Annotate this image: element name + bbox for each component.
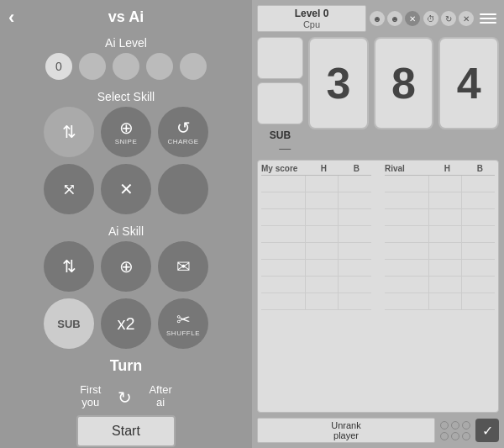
icon-clock[interactable]: ⏱ — [423, 11, 438, 26]
dot-3 — [462, 421, 470, 430]
skill-2[interactable]: ↺ CHARGE — [158, 107, 208, 157]
select-skill-label: Select Skill — [97, 90, 155, 103]
dot-group — [438, 419, 472, 442]
rival-b-8 — [465, 293, 495, 309]
menu-line-3 — [480, 22, 496, 24]
dot-5 — [451, 432, 459, 440]
my-h-2 — [309, 192, 339, 208]
skill-1[interactable]: ⊕ SNIPE — [101, 107, 151, 157]
ai-skill-sub[interactable]: SUB — [44, 298, 94, 349]
start-button[interactable]: Start — [76, 415, 176, 447]
rival-score-section: Rival H B — [385, 164, 495, 310]
my-score-2 — [261, 192, 306, 208]
my-score-header: My score H B — [261, 164, 371, 176]
turn-label: Turn — [110, 357, 143, 375]
skill-5[interactable] — [158, 164, 208, 214]
rival-label: Rival — [385, 164, 429, 173]
sub-dash: — — [270, 141, 291, 155]
rival-b-1 — [465, 176, 495, 192]
my-row-4 — [261, 226, 371, 243]
cpu-text: Cpu — [261, 19, 362, 29]
my-row-3 — [261, 209, 371, 226]
ai-skill-x2[interactable]: x2 — [101, 298, 151, 349]
ai-skill-shuffle[interactable]: ✂ SHUFFLE — [158, 298, 208, 349]
big-card-2: 4 — [438, 37, 499, 129]
skill-3-icon: ⤧ — [62, 181, 76, 198]
rival-h-7 — [433, 277, 463, 293]
skill-4[interactable]: ✕ — [101, 164, 151, 214]
rival-score-header: Rival H B — [385, 164, 495, 176]
ai-level-row: 0 — [45, 53, 207, 80]
skill-3[interactable]: ⤧ — [44, 164, 94, 214]
dot-1 — [440, 421, 449, 430]
big-card-0: 3 — [308, 37, 369, 129]
my-h-4 — [309, 226, 339, 242]
ai-label: ai — [156, 396, 165, 408]
my-h-label: H — [309, 164, 339, 173]
rival-h-1 — [433, 176, 463, 192]
my-row-2 — [261, 192, 371, 209]
rival-row-8 — [385, 293, 495, 310]
ai-skill-sub-icon: SUB — [57, 319, 80, 329]
ai-skill-2[interactable]: ✉ — [158, 241, 208, 292]
ai-level-3[interactable] — [146, 53, 173, 80]
dot-6 — [462, 432, 470, 440]
my-b-2 — [342, 192, 371, 208]
big-card-1: 8 — [374, 37, 434, 129]
icon-face-2[interactable]: ☻ — [387, 11, 402, 26]
my-b-4 — [342, 226, 371, 242]
skill-0[interactable]: ⇅ — [44, 107, 94, 157]
rival-row-5 — [385, 243, 495, 260]
ai-level-4[interactable] — [180, 53, 207, 80]
score-divider — [375, 164, 381, 310]
my-h-7 — [309, 277, 339, 293]
ai-skill-1[interactable]: ⊕ — [101, 241, 151, 292]
ai-level-0[interactable]: 0 — [45, 53, 72, 80]
rival-h-5 — [433, 243, 463, 259]
rival-row-1 — [385, 176, 495, 192]
icon-face-1[interactable]: ☻ — [370, 11, 385, 26]
icon-refresh[interactable]: ↻ — [441, 11, 456, 26]
menu-line-1 — [480, 13, 496, 15]
rival-h-4 — [433, 226, 463, 242]
small-card-1 — [257, 37, 303, 79]
right-bottom-bar: Unrank player ✓ — [257, 418, 499, 443]
my-score-4 — [261, 226, 306, 242]
my-h-6 — [309, 260, 339, 276]
sub-label: SUB — [270, 129, 291, 141]
ai-skill-0[interactable]: ⇅ — [44, 241, 94, 292]
skill-1-name: SNIPE — [115, 138, 138, 145]
back-button[interactable]: ‹ — [8, 7, 14, 29]
rival-score-1 — [385, 176, 429, 192]
my-b-5 — [342, 243, 371, 259]
ai-level-2[interactable] — [113, 53, 139, 80]
bottom-icon-group: ⏱ ↻ ✕ — [423, 11, 474, 26]
icon-x[interactable]: ✕ — [459, 11, 474, 26]
rival-score-6 — [385, 260, 429, 276]
right-panel: Level 0 Cpu ☻ ☻ ✕ ⏱ ↻ ✕ SUB — — [252, 0, 504, 448]
my-h-5 — [309, 243, 339, 259]
ai-level-1[interactable] — [79, 53, 106, 80]
page-title: vs Ai — [108, 8, 144, 26]
turn-icon-container[interactable]: ↻ — [118, 384, 132, 408]
skill-grid: ⇅ ⊕ SNIPE ↺ CHARGE ⤧ ✕ — [44, 107, 208, 214]
skill-4-icon: ✕ — [119, 181, 134, 198]
rival-b-5 — [465, 243, 495, 259]
icon-close[interactable]: ✕ — [405, 11, 420, 26]
check-button[interactable]: ✓ — [475, 419, 499, 442]
skill-0-icon: ⇅ — [62, 124, 76, 140]
ai-skill-1-icon: ⊕ — [119, 258, 134, 275]
rival-score-2 — [385, 192, 429, 208]
my-score-section: My score H B — [261, 164, 371, 310]
ai-skill-label: Ai Skill — [108, 224, 144, 238]
ai-skill-grid: ⇅ ⊕ ✉ SUB x2 ✂ SHUFFLE — [44, 241, 208, 349]
turn-options-row: First you ↻ After ai — [8, 383, 244, 408]
rival-b-7 — [465, 277, 495, 293]
right-top-bar: Level 0 Cpu ☻ ☻ ✕ ⏱ ↻ ✕ — [257, 5, 499, 32]
rival-b-3 — [465, 209, 495, 225]
level-text: Level 0 — [261, 8, 362, 19]
skill-2-name: CHARGE — [167, 138, 198, 145]
my-score-3 — [261, 209, 306, 225]
rival-score-3 — [385, 209, 429, 225]
menu-icon[interactable] — [477, 11, 499, 26]
